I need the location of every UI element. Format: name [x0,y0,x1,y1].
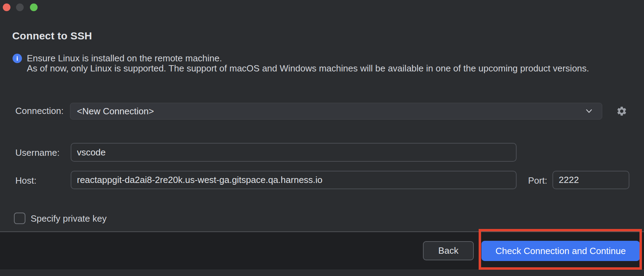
port-field[interactable] [552,171,629,189]
back-button[interactable]: Back [423,241,474,260]
page-title: Connect to SSH [12,30,92,42]
chevron-down-icon [586,109,592,113]
specify-private-key-checkbox[interactable] [14,213,25,224]
connection-select[interactable]: <New Connection> [70,103,602,120]
username-field[interactable] [71,143,517,162]
gear-icon [616,106,627,117]
window-bottom-strip [0,269,644,276]
window-minimize-button[interactable] [16,3,24,11]
host-label: Host: [15,175,37,186]
window-zoom-button[interactable] [30,3,38,11]
host-field[interactable] [71,171,517,189]
linux-notice: i Ensure Linux is installed on the remot… [13,53,589,74]
window-close-button[interactable] [3,3,10,11]
specify-private-key-label[interactable]: Specify private key [31,213,107,224]
connection-selected-value: <New Connection> [77,106,586,117]
ssh-configurations-button[interactable] [615,105,628,117]
notice-line-1: Ensure Linux is installed on the remote … [27,53,589,63]
info-icon: i [13,54,22,63]
connection-label: Connection: [15,106,64,116]
connect-to-ssh-dialog: Connect to SSH i Ensure Linux is install… [0,0,644,276]
port-label: Port: [528,175,547,186]
check-connection-and-continue-button[interactable]: Check Connection and Continue [481,241,640,261]
notice-text: Ensure Linux is installed on the remote … [27,53,589,74]
username-label: Username: [15,147,60,158]
notice-line-2: As of now, only Linux is supported. The … [27,63,589,74]
